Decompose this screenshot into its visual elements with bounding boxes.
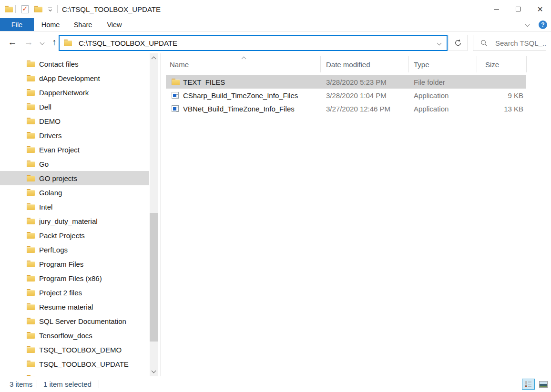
folder-icon bbox=[27, 103, 35, 110]
file-date: 3/28/2020 1:04 PM bbox=[326, 89, 387, 102]
sidebar-scrollbar[interactable] bbox=[150, 53, 158, 376]
file-date: 3/28/2020 5:23 PM bbox=[326, 75, 387, 89]
address-dropdown-icon[interactable] bbox=[437, 40, 442, 45]
file-row-csharp-build[interactable]: CSharp_Build_TimeZone_Info_Files 3/28/20… bbox=[166, 89, 526, 102]
recent-locations-button[interactable] bbox=[38, 31, 46, 53]
sidebar-item-intel[interactable]: Intel bbox=[0, 200, 149, 214]
expand-ribbon-button[interactable] bbox=[522, 18, 532, 31]
file-type: Application bbox=[414, 102, 449, 115]
column-header-date-modified[interactable]: Date modified bbox=[326, 53, 370, 75]
sidebar-item-contact-files[interactable]: Contact files bbox=[0, 57, 149, 71]
folder-icon bbox=[27, 218, 35, 224]
folder-icon bbox=[27, 303, 35, 310]
address-bar[interactable]: C:\TSQL_TOOLBOX_UPDATE bbox=[59, 35, 448, 51]
scroll-up-button[interactable] bbox=[150, 55, 158, 63]
sidebar-item-demo[interactable]: DEMO bbox=[0, 114, 149, 128]
sidebar-item-users[interactable]: Users bbox=[0, 371, 149, 376]
qat-new-folder-button[interactable] bbox=[32, 0, 44, 18]
file-type: Application bbox=[414, 89, 449, 102]
column-separator[interactable] bbox=[526, 56, 527, 72]
window-title: C:\TSQL_TOOLBOX_UPDATE bbox=[62, 0, 161, 18]
sidebar-item-dappernetwork[interactable]: DapperNetwork bbox=[0, 85, 149, 100]
sidebar-item-golang[interactable]: Golang bbox=[0, 185, 149, 200]
column-separator[interactable] bbox=[477, 56, 477, 72]
sidebar-item-resume-material[interactable]: Resume material bbox=[0, 300, 149, 314]
sidebar-item-program-files[interactable]: Program Files bbox=[0, 257, 149, 271]
folder-icon bbox=[27, 332, 35, 339]
navigation-bar: ← → ↑ C:\TSQL_TOOLBOX_UPDATE Search TSQL… bbox=[0, 31, 551, 53]
tab-home[interactable]: Home bbox=[38, 18, 63, 31]
tab-share[interactable]: Share bbox=[71, 18, 95, 31]
help-button[interactable]: ? bbox=[539, 20, 547, 29]
sidebar-item-drivers[interactable]: Drivers bbox=[0, 128, 149, 142]
sidebar-item-program-files-x86[interactable]: Program Files (x86) bbox=[0, 271, 149, 285]
folder-icon bbox=[27, 318, 35, 324]
sidebar-item-tsql-toolbox-update[interactable]: TSQL_TOOLBOX_UPDATE bbox=[0, 357, 149, 371]
minimize-button[interactable] bbox=[485, 0, 507, 18]
file-size bbox=[471, 75, 523, 89]
file-size: 13 KB bbox=[471, 102, 523, 115]
sidebar-item-packt-projects[interactable]: Packt Projects bbox=[0, 228, 149, 242]
status-separator bbox=[99, 380, 99, 388]
file-row-vbnet-build[interactable]: VBNet_Build_TimeZone_Info_Files 3/27/202… bbox=[166, 102, 526, 115]
sidebar-item-perflogs[interactable]: PerfLogs bbox=[0, 242, 149, 257]
window-controls: × bbox=[485, 0, 551, 18]
details-view-button[interactable] bbox=[522, 379, 535, 390]
folder-icon bbox=[27, 232, 35, 239]
forward-arrow-icon: → bbox=[24, 37, 33, 48]
back-button[interactable]: ← bbox=[6, 31, 19, 53]
folder-icon bbox=[27, 89, 35, 96]
file-row-text-files[interactable]: TEXT_FILES 3/28/2020 5:23 PM File folder bbox=[166, 75, 526, 89]
close-icon: × bbox=[537, 4, 543, 14]
tab-file[interactable]: File bbox=[0, 18, 34, 31]
column-header-type[interactable]: Type bbox=[414, 53, 429, 75]
chevron-up-icon bbox=[152, 57, 156, 61]
address-text: C:\TSQL_TOOLBOX_UPDATE bbox=[79, 39, 177, 47]
folder-icon bbox=[27, 60, 35, 67]
qat-properties-button[interactable]: ✓ bbox=[19, 0, 31, 18]
refresh-button[interactable] bbox=[449, 35, 468, 51]
sidebar-item-dell[interactable]: Dell bbox=[0, 100, 149, 114]
column-header-name[interactable]: Name bbox=[170, 53, 189, 75]
address-folder-icon bbox=[64, 40, 72, 46]
selection-count: 1 item selected bbox=[43, 376, 92, 392]
maximize-icon bbox=[516, 7, 520, 11]
qat-customize-button[interactable] bbox=[46, 0, 54, 18]
thumbnail-view-button[interactable] bbox=[537, 379, 550, 390]
sidebar-item-jury-duty-material[interactable]: jury_duty_material bbox=[0, 214, 149, 228]
toolbar-separator bbox=[15, 5, 16, 13]
sidebar-item-go[interactable]: Go bbox=[0, 157, 149, 171]
column-separator[interactable] bbox=[408, 56, 409, 72]
chevron-down-icon bbox=[525, 22, 530, 27]
file-name: CSharp_Build_TimeZone_Info_Files bbox=[183, 89, 298, 102]
search-box[interactable]: Search TSQL_... bbox=[473, 35, 546, 51]
folder-icon bbox=[27, 175, 35, 181]
search-placeholder: Search TSQL_... bbox=[495, 39, 546, 47]
customize-dropdown-icon bbox=[48, 8, 52, 11]
forward-button[interactable]: → bbox=[22, 31, 35, 53]
scroll-down-button[interactable] bbox=[150, 367, 158, 375]
sidebar-item-dapp-development[interactable]: dApp Development bbox=[0, 71, 149, 85]
sidebar-item-go-projects[interactable]: GO projects bbox=[0, 171, 149, 185]
column-separator[interactable] bbox=[320, 56, 321, 72]
sidebar-item-sql-server-documentation[interactable]: SQL Server Documentation bbox=[0, 314, 149, 328]
file-date: 3/27/2020 12:46 PM bbox=[326, 102, 390, 115]
folder-icon bbox=[27, 203, 35, 210]
chevron-down-icon bbox=[40, 40, 44, 45]
sidebar-item-project-2-files[interactable]: Project 2 files bbox=[0, 285, 149, 300]
sidebar-item-tsql-toolbox-demo[interactable]: TSQL_TOOLBOX_DEMO bbox=[0, 342, 149, 357]
status-separator bbox=[37, 380, 37, 388]
scrollbar-thumb[interactable] bbox=[150, 213, 158, 342]
column-header-size[interactable]: Size bbox=[485, 53, 499, 75]
folder-icon bbox=[27, 132, 35, 139]
folder-icon bbox=[27, 161, 35, 167]
maximize-button[interactable] bbox=[507, 0, 529, 18]
file-name: VBNet_Build_TimeZone_Info_Files bbox=[183, 102, 295, 115]
close-button[interactable]: × bbox=[529, 0, 551, 18]
tab-view[interactable]: View bbox=[103, 18, 126, 31]
sidebar-item-evan-project[interactable]: Evan Project bbox=[0, 142, 149, 157]
folder-icon bbox=[27, 246, 35, 253]
minimize-icon bbox=[494, 9, 499, 10]
sidebar-item-tensorflow-docs[interactable]: Tensorflow_docs bbox=[0, 328, 149, 342]
new-folder-icon bbox=[34, 6, 42, 12]
